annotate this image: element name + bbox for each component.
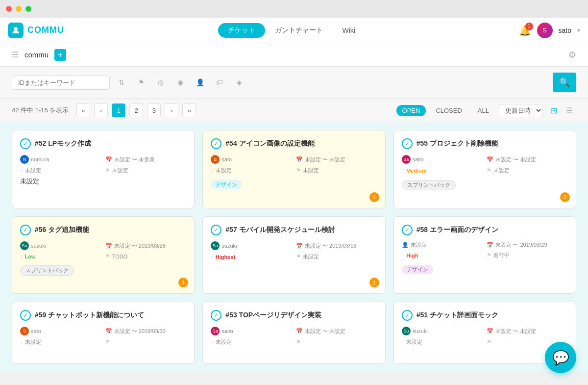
priority-icon: ↑: [20, 339, 23, 345]
card-check[interactable]: ✓: [402, 225, 413, 235]
sort-select[interactable]: 更新日時: [499, 104, 543, 117]
version-icon[interactable]: ◉: [172, 75, 188, 90]
card-title: #59 チャットボット新機能について: [35, 311, 144, 320]
date-range: 未設定 〜 未設定: [305, 328, 345, 335]
ticket-card[interactable]: ✓ #54 アイコン画像の設定機能 S sato 📅 未設定 〜 未設定 ↑未設…: [202, 130, 385, 208]
ticket-card[interactable]: ✓ #55 プロジェクト削除機能 Sa saito 📅 未設定 〜 未設定 ↑M…: [393, 130, 576, 208]
comment-icon: 1: [178, 278, 188, 287]
add-button[interactable]: +: [54, 49, 66, 61]
date-row: 📅 未設定 〜 2019/03/30: [105, 327, 187, 335]
status-filter-icon[interactable]: ◈: [231, 75, 247, 90]
ticket-card[interactable]: ✓ #53 TOPページリデザイン実装 Sa saito 📅 未設定 〜 未設定…: [202, 302, 385, 364]
status-filters: OPEN CLOSED ALL 更新日時 ⊞ ☰: [396, 103, 576, 117]
priority-row: ↑Low: [20, 253, 101, 259]
card-header: ✓ #58 エラー画面のデザイン: [402, 225, 568, 235]
ticket-card[interactable]: ✓ #56 タグ追加機能 Su suzuki 📅 未設定 〜 2019/03/2…: [12, 216, 195, 294]
status-icon: ⚑: [487, 252, 491, 258]
card-check[interactable]: ✓: [402, 138, 413, 149]
card-tag[interactable]: 未設定: [20, 178, 39, 185]
milestone-icon[interactable]: ◎: [153, 75, 169, 90]
search-button[interactable]: 🔍: [553, 73, 576, 92]
tab-ticket[interactable]: チケット: [218, 23, 265, 38]
date-row: 📅 未設定 〜 未設定: [487, 327, 568, 335]
card-check[interactable]: ✓: [20, 225, 31, 235]
card-check[interactable]: ✓: [211, 225, 221, 235]
date-range: 未設定 〜 2019/03/30: [114, 328, 166, 335]
assignee-name: saito: [221, 328, 233, 334]
status-closed-btn[interactable]: CLOSED: [430, 105, 467, 116]
date-range: 未設定 〜 未設定: [495, 328, 536, 335]
date-range: 未設定 〜 2019/03/18: [305, 242, 356, 250]
tab-gantt[interactable]: ガントチャート: [265, 23, 333, 38]
project-name: commu: [24, 51, 49, 59]
chevron-down-icon[interactable]: ▾: [577, 27, 580, 34]
status-icon: ⚑: [105, 167, 110, 174]
tag-filter-icon[interactable]: 🏷: [212, 75, 227, 90]
status-row: ⚑ TODO: [105, 253, 187, 259]
date-range: 未設定 〜 未設定: [495, 156, 536, 163]
priority-value: High: [406, 253, 418, 258]
card-check[interactable]: ✓: [20, 310, 31, 321]
card-tag[interactable]: スプリントバック: [20, 265, 74, 276]
card-check[interactable]: ✓: [211, 310, 221, 321]
tab-wiki[interactable]: Wiki: [333, 24, 365, 37]
filter-flag-icon[interactable]: ⚑: [133, 75, 149, 90]
card-header: ✓ #55 プロジェクト削除機能: [402, 138, 568, 149]
page-prev[interactable]: ‹: [94, 103, 108, 117]
assignee-row: Su suzuki: [20, 241, 101, 250]
comment-count: 1: [369, 192, 379, 202]
gear-icon[interactable]: ⚙: [568, 50, 576, 60]
card-meta: Su suzuki 📅 未設定 〜 2019/03/28 ↑Low ⚑ TODO: [20, 241, 186, 259]
calendar-icon: 📅: [296, 328, 303, 334]
app-header: COMMU チケット ガントチャート Wiki 🔔 1 S sato ▾: [0, 18, 588, 43]
comment-count: 1: [369, 278, 379, 287]
maximize-btn[interactable]: [25, 6, 31, 12]
status-all-btn[interactable]: ALL: [472, 105, 495, 116]
card-meta: Sa saito 📅 未設定 〜 未設定 ↑Medium ⚑ 未設定: [402, 155, 568, 174]
date-row: 📅 未設定 〜 未営業: [105, 155, 187, 164]
chatbot-button[interactable]: 💬: [545, 342, 576, 372]
grid-view-btn[interactable]: ⊞: [547, 103, 561, 117]
sort-icon[interactable]: ⇅: [114, 75, 129, 90]
page-1[interactable]: 1: [112, 103, 125, 117]
list-view-btn[interactable]: ☰: [563, 103, 576, 117]
card-header: ✓ #54 アイコン画像の設定機能: [211, 138, 377, 149]
card-meta: S sato 📅 未設定 〜 未設定 ↑未設定 ⚑ 未設定: [211, 155, 377, 174]
priority-value: 未設定: [216, 167, 232, 174]
minimize-btn[interactable]: [16, 6, 22, 12]
ticket-card[interactable]: ✓ #57 モバイル開発スケジュール検討 Su suzuki 📅 未設定 〜 2…: [202, 216, 385, 294]
card-meta: Sa saito 📅 未設定 〜 未設定 ↑未設定 ⚑: [211, 327, 377, 346]
comment-icon: 2: [560, 192, 570, 202]
card-tag[interactable]: スプリントバック: [402, 180, 456, 190]
card-title: #56 タグ追加機能: [35, 226, 89, 234]
status-value: TODO: [112, 254, 128, 259]
search-input[interactable]: [12, 76, 110, 90]
page-next[interactable]: ›: [165, 103, 178, 117]
ticket-card[interactable]: ✓ #59 チャットボット新機能について S sato 📅 未設定 〜 2019…: [12, 302, 195, 364]
status-value: 進行中: [493, 252, 510, 259]
date-range: 未設定 〜 未設定: [305, 156, 345, 163]
status-open-btn[interactable]: OPEN: [396, 105, 426, 116]
page-first[interactable]: «: [76, 103, 90, 117]
notification-bell[interactable]: 🔔 1: [519, 25, 531, 36]
card-tag[interactable]: デザイン: [402, 265, 433, 274]
card-title: #57 モバイル開発スケジュール検討: [225, 226, 335, 234]
card-check[interactable]: ✓: [211, 138, 221, 149]
ticket-card[interactable]: ✓ #58 エラー画面のデザイン 👤 未設定 📅 未設定 〜 2019/03/2…: [393, 216, 576, 294]
avatar: S: [20, 327, 29, 335]
priority-icon: ↑: [20, 254, 23, 259]
card-header: ✓ #51 チケット詳画面モック: [402, 310, 568, 321]
assignee-row: Su suzuki: [402, 327, 483, 335]
assignee-name: sato: [31, 328, 41, 334]
page-3[interactable]: 3: [147, 103, 161, 117]
page-2[interactable]: 2: [129, 103, 143, 117]
hamburger-icon[interactable]: ☰: [12, 50, 19, 59]
card-title: #52 LPモック作成: [35, 139, 91, 148]
user-filter-icon[interactable]: 👤: [192, 75, 208, 90]
page-last[interactable]: »: [182, 103, 196, 117]
card-check[interactable]: ✓: [20, 138, 31, 149]
card-check[interactable]: ✓: [402, 310, 413, 321]
ticket-card[interactable]: ✓ #52 LPモック作成 N nomura 📅 未設定 〜 未営業 ↑未設定 …: [12, 130, 195, 208]
close-btn[interactable]: [6, 6, 12, 12]
card-tag[interactable]: デザイン: [211, 180, 242, 189]
